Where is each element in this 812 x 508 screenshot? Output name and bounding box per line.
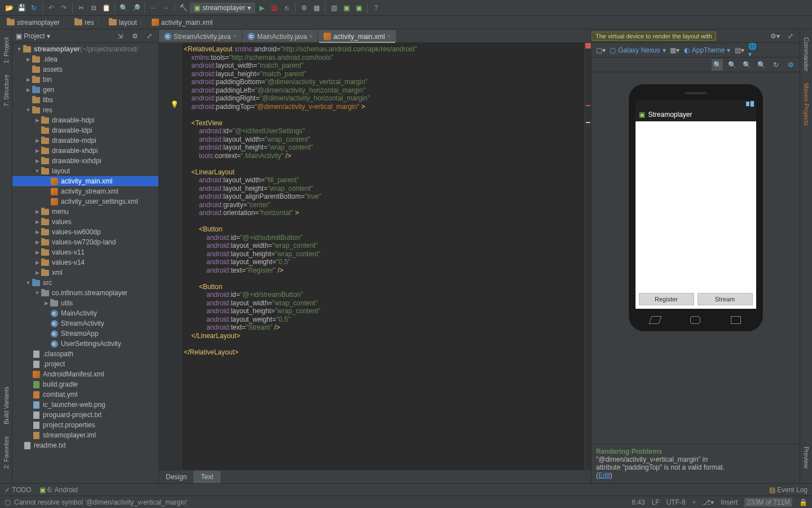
cut-icon[interactable]: ✂ (76, 2, 87, 14)
tree-item-streamoplayer-iml[interactable]: streamoplayer.iml (12, 430, 158, 440)
tree-item-drawable-mdpi[interactable]: ▶drawable-mdpi (12, 135, 158, 146)
tree-item-build-gradle[interactable]: build.gradle (12, 379, 158, 389)
make-icon[interactable]: 🔨 (178, 2, 189, 14)
tree-item-androidmanifest-xml[interactable]: AndroidManifest.xml (12, 369, 158, 379)
close-tab-icon[interactable]: × (309, 33, 312, 40)
close-tab-icon[interactable]: × (387, 33, 391, 40)
android-tab[interactable]: ▣ 6: Android (39, 486, 78, 494)
tree-item-activity-user-settings-xml[interactable]: activity_user_settings.xml (12, 196, 158, 207)
zoom-out-icon[interactable]: 🔍 (756, 59, 767, 71)
tree-item-project-properties[interactable]: project.properties (12, 420, 158, 430)
hide-icon[interactable]: ⤢ (144, 30, 155, 42)
debug-icon[interactable]: 🐞 (268, 2, 280, 14)
close-tab-icon[interactable]: × (233, 33, 236, 40)
tree-item-drawable-xxhdpi[interactable]: ▶drawable-xxhdpi (12, 156, 158, 166)
right-tab-maven[interactable]: Maven Projects (803, 81, 810, 128)
crumb-1[interactable]: res〉 (72, 16, 105, 28)
left-tab-build-variants[interactable]: Build Variants (3, 384, 10, 427)
tree-item-drawable-hdpi[interactable]: ▶drawable-hdpi (12, 115, 158, 125)
tree-item-bin[interactable]: ▶bin (12, 75, 158, 85)
tree-item-readme-txt[interactable]: readme.txt (12, 440, 158, 450)
tree-item-res[interactable]: ▼res (12, 105, 158, 115)
todo-tab[interactable]: ✓ TODO (5, 486, 32, 494)
left-tab-favorites[interactable]: 2: Favorites (3, 434, 10, 471)
layout-surface[interactable]: Register Stream (636, 121, 756, 309)
tree-item-assets[interactable]: assets (12, 64, 158, 75)
event-log-tab[interactable]: ▤ Event Log (769, 486, 807, 494)
crumb-3[interactable]: activity_main.xml (149, 17, 215, 28)
replace-icon[interactable]: 🔎 (130, 2, 142, 14)
find-icon[interactable]: 🔍 (118, 2, 129, 14)
theme-combo[interactable]: ◐ AppTheme▾ (684, 46, 731, 54)
refresh-preview-icon[interactable]: 🌐▾ (748, 45, 760, 56)
error-indicator-icon[interactable] (585, 43, 591, 49)
tree-item-drawable-xhdpi[interactable]: ▶drawable-xhdpi (12, 146, 158, 156)
tree-item-values-v14[interactable]: ▶values-v14 (12, 257, 158, 268)
tree-item-combat-yml[interactable]: combat.yml (12, 389, 158, 400)
tree-item--idea[interactable]: ▶.idea (12, 54, 158, 64)
stream-button[interactable]: Stream (698, 293, 753, 305)
editor-gutter[interactable]: 💡 (159, 43, 182, 470)
tree-item--project[interactable]: .project (12, 359, 158, 369)
right-tab-preview[interactable]: Preview (803, 444, 810, 471)
orientation-icon[interactable]: ▢▾ (595, 45, 606, 56)
open-icon[interactable]: 📂 (3, 2, 15, 14)
editor-tab-mainactivity-java[interactable]: CMainActivity.java× (242, 30, 317, 42)
line-separator[interactable]: LF (652, 498, 660, 506)
project-view-combo[interactable]: ▣ Project ▾ (16, 32, 50, 40)
gear-icon[interactable]: ⚙ (129, 30, 140, 42)
lock-icon[interactable]: 🔒 (799, 498, 807, 506)
zoom-in-icon[interactable]: 🔍 (741, 59, 752, 71)
back-icon[interactable]: ← (148, 2, 159, 14)
zoom-actual-icon[interactable]: 🔍 (726, 59, 738, 71)
tree-item-values-sw600dp[interactable]: ▶values-sw600dp (12, 227, 158, 237)
tree-item-drawable-ldpi[interactable]: drawable-ldpi (12, 125, 158, 135)
tree-item-values[interactable]: ▶values (12, 217, 158, 227)
paste-icon[interactable]: 📋 (100, 2, 112, 14)
sync-icon[interactable]: ↻ (28, 2, 39, 14)
tree-item-proguard-project-txt[interactable]: proguard-project.txt (12, 410, 158, 420)
tree-item-mainactivity[interactable]: CMainActivity (12, 308, 158, 318)
insert-mode[interactable]: Insert (721, 498, 738, 506)
android-monitor-icon[interactable]: ▣ (353, 2, 364, 14)
avd-manager-icon[interactable]: ▣ (341, 2, 352, 14)
refresh-icon[interactable]: ↻ (770, 59, 782, 71)
tree-item-menu[interactable]: ▶menu (12, 207, 158, 217)
tree-item-activity-main-xml[interactable]: activity_main.xml (12, 176, 158, 186)
device-combo[interactable]: ▢ Galaxy Nexus▾ (610, 46, 666, 54)
copy-icon[interactable]: ⧉ (88, 2, 99, 14)
preview-settings-icon[interactable]: ⚙▾ (769, 30, 780, 42)
crumb-0[interactable]: streamoplayer〉 (5, 16, 71, 28)
run-config-combo[interactable]: ▣ streamoplayer ▾ (190, 3, 255, 13)
tree-item-xml[interactable]: ▶xml (12, 268, 158, 278)
preview-hide-icon[interactable]: ⤢ (785, 30, 796, 42)
encoding[interactable]: UTF-8 (667, 498, 686, 506)
tree-item-streamoplayer[interactable]: ▼streamoplayer (~/projects/android/ (12, 44, 158, 54)
api-combo[interactable]: ▦▾ (669, 45, 681, 56)
tree-item-usersettingsactivity[interactable]: CUserSettingsActivity (12, 339, 158, 349)
text-tab[interactable]: Text (194, 471, 220, 483)
project-tree[interactable]: ▼streamoplayer (~/projects/android/▶.ide… (12, 43, 158, 483)
options-icon[interactable]: ⚙ (785, 59, 796, 71)
left-tab-project[interactable]: 1: Project (3, 35, 10, 65)
left-tab-structure[interactable]: 7: Structure (3, 72, 10, 109)
toolwindow-toggle-icon[interactable]: ▢ (5, 498, 11, 506)
tree-item-libs[interactable]: libs (12, 95, 158, 105)
tree-item-src[interactable]: ▼src (12, 278, 158, 288)
editor-tab-streamactivity-java[interactable]: CStreamActivity.java× (159, 30, 241, 42)
memory-indicator[interactable]: 233M of 711M (744, 498, 792, 507)
attach-icon[interactable]: ⎋ (281, 2, 292, 14)
run-icon[interactable]: ▶ (256, 2, 267, 14)
tree-item-gen[interactable]: ▶gen (12, 85, 158, 95)
caret-position[interactable]: 8:43 (632, 498, 645, 506)
tree-item-ic-launcher-web-png[interactable]: ic_launcher-web.png (12, 400, 158, 410)
tree-item-utils[interactable]: ▶utils (12, 298, 158, 308)
tree-item-values-sw720dp-land[interactable]: ▶values-sw720dp-land (12, 237, 158, 247)
tree-item-streamoapp[interactable]: CStreamoApp (12, 329, 158, 339)
collapse-icon[interactable]: ⇲ (114, 30, 126, 42)
tree-item-activity-stream-xml[interactable]: activity_stream.xml (12, 186, 158, 196)
sdk-manager-icon[interactable]: ▥ (328, 2, 339, 14)
undo-icon[interactable]: ↶ (46, 2, 57, 14)
intention-bulb-icon[interactable]: 💡 (170, 100, 179, 108)
forward-icon[interactable]: → (160, 2, 171, 14)
